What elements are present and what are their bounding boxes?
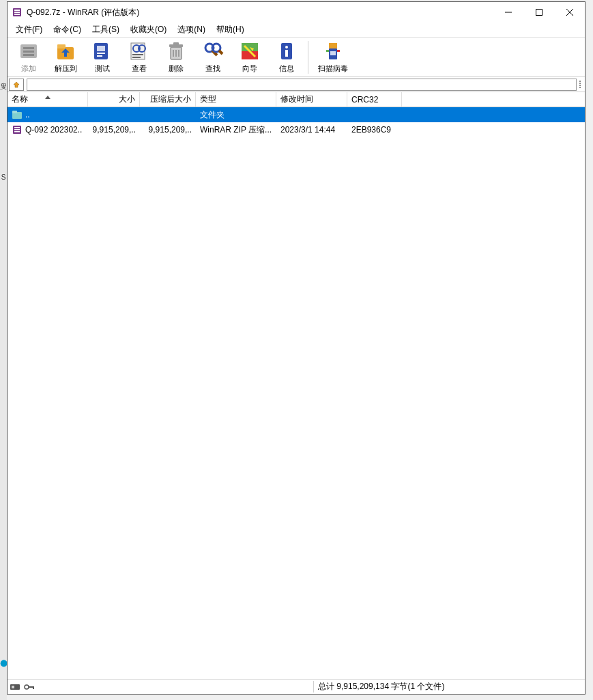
svg-rect-40 xyxy=(285,50,288,57)
find-icon xyxy=(202,40,224,62)
maximize-button[interactable] xyxy=(523,2,554,23)
view-icon xyxy=(128,40,150,62)
path-input[interactable] xyxy=(27,79,577,91)
delete-label: 删除 xyxy=(169,64,184,74)
menu-commands[interactable]: 命令(C) xyxy=(48,23,87,37)
info-icon xyxy=(276,40,298,62)
add-icon xyxy=(18,40,40,62)
sort-ascending-icon xyxy=(45,92,50,101)
desktop-right-strip xyxy=(585,0,593,700)
svg-marker-48 xyxy=(45,96,50,99)
archive-icon xyxy=(12,124,23,135)
svg-rect-59 xyxy=(33,686,34,689)
status-summary: 总计 9,915,209,134 字节(1 个文件) xyxy=(313,681,585,692)
file-row-parent[interactable]: .. 文件夹 xyxy=(8,107,585,122)
resize-grip[interactable] xyxy=(577,79,583,91)
svg-rect-22 xyxy=(132,54,143,55)
svg-rect-44 xyxy=(337,50,340,52)
header-name[interactable]: 名称 xyxy=(8,92,88,107)
wizard-icon xyxy=(239,40,261,62)
extract-icon xyxy=(55,40,76,62)
minimize-button[interactable] xyxy=(493,2,523,23)
virus-label: 扫描病毒 xyxy=(318,64,348,74)
file-name: Q-092 202302.. xyxy=(25,125,82,135)
wizard-label: 向导 xyxy=(242,64,257,74)
toolbar: 添加 解压到 测试 查看 删除 查找 向导 信息 xyxy=(8,38,585,77)
file-name: .. xyxy=(25,110,30,120)
titlebar[interactable]: Q-092.7z - WinRAR (评估版本) xyxy=(8,2,585,23)
svg-point-39 xyxy=(285,46,288,48)
app-icon xyxy=(12,7,23,18)
delete-icon xyxy=(165,40,187,62)
add-button: 添加 xyxy=(10,39,47,76)
key-icon xyxy=(24,683,35,691)
menu-favorites[interactable]: 收藏夹(O) xyxy=(125,23,172,37)
file-modified: 2023/3/1 14:44 xyxy=(276,125,347,135)
view-button[interactable]: 查看 xyxy=(121,39,158,76)
svg-rect-56 xyxy=(12,686,14,688)
file-type: WinRAR ZIP 压缩... xyxy=(196,124,276,136)
svg-rect-26 xyxy=(173,42,179,45)
menubar: 文件(F) 命令(C) 工具(S) 收藏夹(O) 选项(N) 帮助(H) xyxy=(8,23,585,38)
find-label: 查找 xyxy=(205,64,220,74)
file-list[interactable]: .. 文件夹 Q-092 202302.. 9,915,209,.. 9,915… xyxy=(8,107,585,679)
up-button[interactable] xyxy=(9,79,24,91)
svg-rect-5 xyxy=(536,10,542,16)
file-packed: 9,915,209,.. xyxy=(140,125,196,135)
file-size: 9,915,209,.. xyxy=(88,125,140,135)
header-type[interactable]: 类型 xyxy=(196,92,276,107)
view-label: 查看 xyxy=(132,64,147,74)
extract-label: 解压到 xyxy=(55,64,77,74)
extract-button[interactable]: 解压到 xyxy=(47,39,84,76)
add-label: 添加 xyxy=(21,64,36,74)
up-arrow-icon xyxy=(12,81,21,89)
toolbar-separator xyxy=(308,41,312,74)
svg-rect-50 xyxy=(12,111,17,113)
virus-scan-button[interactable]: 扫描病毒 xyxy=(315,39,351,76)
svg-rect-16 xyxy=(97,46,105,51)
svg-rect-9 xyxy=(23,47,34,49)
find-button[interactable]: 查找 xyxy=(194,39,231,76)
file-row[interactable]: Q-092 202302.. 9,915,209,.. 9,915,209,..… xyxy=(8,122,585,137)
svg-rect-52 xyxy=(14,127,20,128)
virus-icon xyxy=(322,40,344,62)
delete-button[interactable]: 删除 xyxy=(158,39,194,76)
folder-icon xyxy=(12,109,23,120)
winrar-window: Q-092.7z - WinRAR (评估版本) 文件(F) 命令(C) 工具(… xyxy=(7,1,585,695)
header-crc[interactable]: CRC32 xyxy=(347,92,402,107)
window-title: Q-092.7z - WinRAR (评估版本) xyxy=(27,7,493,18)
svg-rect-1 xyxy=(14,10,20,11)
svg-rect-54 xyxy=(14,131,20,132)
close-button[interactable] xyxy=(554,2,585,23)
svg-rect-3 xyxy=(14,14,20,15)
svg-rect-11 xyxy=(23,54,34,56)
info-label: 信息 xyxy=(279,64,294,74)
svg-point-57 xyxy=(25,685,29,689)
test-icon xyxy=(91,40,113,62)
header-packed[interactable]: 压缩后大小 xyxy=(140,92,196,107)
statusbar: 总计 9,915,209,134 字节(1 个文件) xyxy=(8,679,585,694)
menu-help[interactable]: 帮助(H) xyxy=(211,23,250,37)
menu-file[interactable]: 文件(F) xyxy=(10,23,48,37)
svg-rect-13 xyxy=(57,44,66,48)
header-size[interactable]: 大小 xyxy=(88,92,140,107)
menu-options[interactable]: 选项(N) xyxy=(172,23,211,37)
file-type: 文件夹 xyxy=(196,109,276,121)
svg-rect-23 xyxy=(132,57,141,58)
svg-rect-45 xyxy=(330,51,336,55)
svg-line-33 xyxy=(219,51,222,54)
desktop-left-strip: 叟S⬤ xyxy=(0,0,7,700)
svg-rect-53 xyxy=(14,129,20,130)
menu-tools[interactable]: 工具(S) xyxy=(87,23,125,37)
header-modified[interactable]: 修改时间 xyxy=(276,92,347,107)
svg-rect-41 xyxy=(329,43,337,48)
column-headers: 名称 大小 压缩后大小 类型 修改时间 CRC32 xyxy=(8,92,585,107)
svg-rect-17 xyxy=(97,53,105,54)
info-button[interactable]: 信息 xyxy=(268,39,305,76)
file-crc: 2EB936C9 xyxy=(347,125,402,135)
test-button[interactable]: 测试 xyxy=(84,39,121,76)
test-label: 测试 xyxy=(95,64,110,74)
svg-rect-43 xyxy=(326,50,329,52)
wizard-button[interactable]: 向导 xyxy=(231,39,268,76)
svg-rect-2 xyxy=(14,12,20,13)
